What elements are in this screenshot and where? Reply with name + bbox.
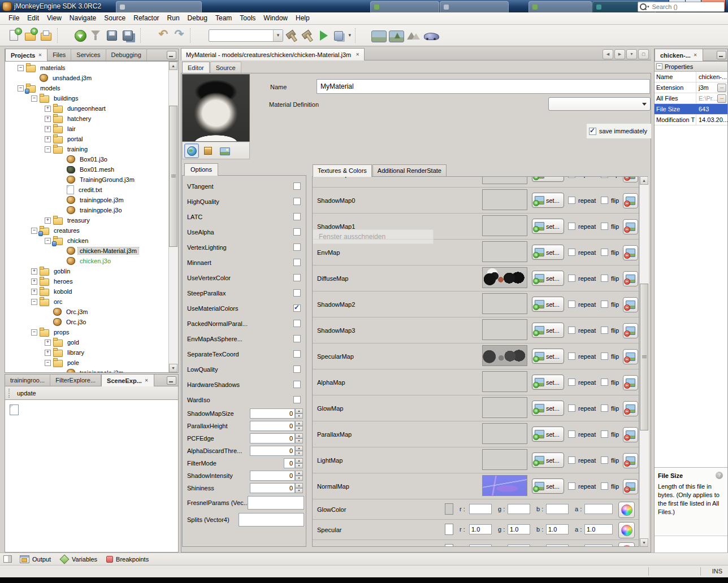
remove-texture-button[interactable] [623,245,638,260]
tree-item[interactable]: TrainingGround.j3m [5,175,169,185]
repeat-checkbox[interactable] [568,176,575,178]
set-texture-button[interactable]: set... [532,245,564,260]
tree-item[interactable]: lair [5,124,169,134]
g-input[interactable]: 1.0 [508,545,530,547]
set-texture-button[interactable]: set... [532,478,564,494]
property-value[interactable]: E:\Pr... [696,95,717,102]
tree-item[interactable]: props [5,327,169,337]
spin-up-icon[interactable]: ▲ [295,471,303,476]
spinner-input[interactable]: 0 [250,408,295,419]
flip-checkbox[interactable] [601,430,608,438]
option-checkbox[interactable] [293,320,301,327]
spinner-input[interactable]: 0 [250,446,295,456]
document-tab[interactable]: MyMaterial - models/creatures/chicken/ch… [181,48,365,60]
spinner-input[interactable]: 0 [284,458,295,468]
new-file-icon[interactable] [8,28,21,43]
option-checkbox[interactable] [293,304,301,312]
tree-expander-icon[interactable] [31,329,37,336]
tree-expander-icon[interactable] [45,350,51,356]
r-input[interactable]: 1.0 [469,545,492,547]
tree-item[interactable]: Orc.j3o [5,317,169,327]
property-row[interactable]: Name chicken-... ... [655,72,727,82]
navigator-tab[interactable]: SceneExp... ✕ [101,374,154,386]
save-all-icon[interactable] [121,28,136,43]
close-icon[interactable]: ✕ [356,52,359,57]
tree-expander-icon[interactable] [31,279,37,285]
spinner-buttons[interactable]: ▲▼ [295,433,303,443]
flip-checkbox[interactable] [601,404,608,412]
repeat-checkbox[interactable] [568,404,575,412]
option-checkbox[interactable] [293,335,301,342]
spinner-buttons[interactable]: ▲▼ [295,471,303,481]
flip-checkbox[interactable] [601,197,608,204]
menu-item[interactable]: Source [100,12,129,24]
sphere-preview-button[interactable] [184,143,199,158]
remove-texture-button[interactable] [623,176,638,182]
cube-preview-button[interactable] [201,143,215,158]
tree-item[interactable]: hatchery [5,114,169,124]
g-input[interactable] [508,504,530,514]
tree-expander-icon[interactable] [45,238,51,244]
spinner-input[interactable]: 0 [250,483,295,493]
menu-item[interactable]: Debug [184,12,211,24]
tree-item[interactable]: models [5,83,169,93]
save-immediately-checkbox[interactable] [589,128,596,135]
material-name-input[interactable] [317,79,650,94]
document-icon[interactable] [10,404,19,415]
redo-icon[interactable] [172,28,186,43]
tree-item[interactable]: unshaded.j3m [5,73,169,83]
spin-up-icon[interactable]: ▲ [295,483,303,488]
set-texture-button[interactable]: set... [532,401,564,416]
b-input[interactable] [546,504,569,514]
repeat-checkbox[interactable] [568,456,575,464]
tree-item[interactable]: Box01.j3o [5,154,169,164]
remove-texture-button[interactable] [623,297,638,312]
flip-checkbox[interactable] [601,353,608,360]
navigator-tab[interactable]: trainingroo... ✕ [5,374,50,386]
spin-down-icon[interactable]: ▼ [295,476,303,481]
tree-item[interactable]: training [5,144,169,154]
property-value[interactable]: j3m [696,84,717,91]
spinner-buttons[interactable]: ▲▼ [295,408,303,419]
option-checkbox[interactable] [293,381,301,388]
tree-expander-icon[interactable] [45,217,51,224]
tree-expander-icon[interactable] [45,116,51,122]
menu-item[interactable]: Help [292,12,314,24]
menu-item[interactable]: File [5,12,23,24]
menu-item[interactable]: Tools [236,12,259,24]
tree-item[interactable]: materials [5,63,169,73]
title-bar[interactable]: jMonkeyEngine SDK 3.0RC2 x [0,0,728,12]
tree-item[interactable]: goblin [5,266,169,276]
spin-down-icon[interactable]: ▼ [295,451,303,456]
spinner-input[interactable]: 0 [250,471,295,481]
screenshot-icon[interactable] [371,31,387,42]
option-checkbox[interactable] [293,228,301,236]
color-picker-button[interactable] [618,522,635,538]
menu-item[interactable]: Edit [23,12,43,24]
texture-preview-button[interactable] [217,143,232,158]
repeat-checkbox[interactable] [568,223,575,230]
repeat-checkbox[interactable] [568,301,575,308]
explorer-tab[interactable]: Projects ✕ [5,49,47,61]
option-checkbox[interactable] [293,366,301,373]
remove-texture-button[interactable] [623,349,638,364]
tree-item[interactable]: orc [5,297,169,307]
undo-icon[interactable] [157,28,170,43]
set-texture-button[interactable]: set... [532,219,564,234]
property-row[interactable]: All Files E:\Pr... ... [655,93,727,104]
update-center-icon[interactable] [73,28,87,43]
remove-texture-button[interactable] [623,401,638,416]
scroll-up-button[interactable]: ▲ [169,62,177,70]
b-input[interactable]: 1.0 [546,524,569,534]
b-input[interactable]: 1.0 [546,545,569,547]
flip-checkbox[interactable] [601,456,608,464]
menu-item[interactable]: Refactor [129,12,163,24]
spin-up-icon[interactable]: ▲ [295,446,303,451]
minimize-panel-button[interactable] [167,51,176,59]
repeat-checkbox[interactable] [568,482,575,490]
tree-item[interactable]: Box01.mesh [5,164,169,175]
property-value[interactable]: 14.03.20... [696,116,727,123]
set-texture-button[interactable]: set... [532,453,564,468]
tree-expander-icon[interactable] [45,340,51,346]
toolbar-grip[interactable] [8,389,11,398]
